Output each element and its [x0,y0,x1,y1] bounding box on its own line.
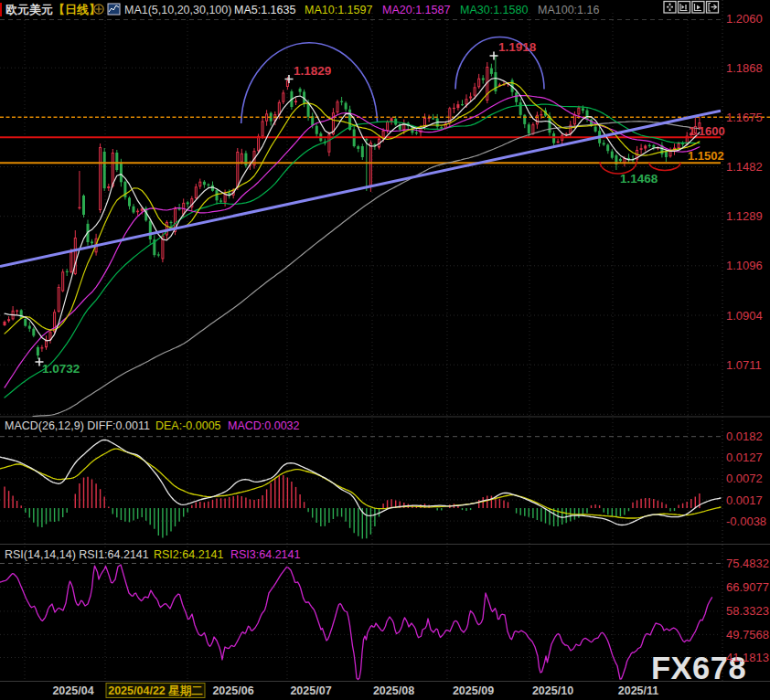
svg-text:2025/06: 2025/06 [212,684,253,697]
svg-text:1.1096: 1.1096 [726,259,763,272]
svg-text:2025/04/22 星期二: 2025/04/22 星期二 [108,684,203,697]
svg-text:1.1289: 1.1289 [726,209,763,223]
svg-text:41.1813: 41.1813 [726,651,769,664]
svg-text:2025/11: 2025/11 [618,684,659,697]
svg-text:1.1600: 1.1600 [689,124,725,138]
svg-text:2025/04: 2025/04 [52,684,93,697]
svg-text:1.0711: 1.0711 [726,358,762,372]
svg-text:1.1829: 1.1829 [294,64,331,78]
svg-text:75.4832: 75.4832 [726,557,769,570]
svg-text:1.1868: 1.1868 [726,61,763,75]
svg-text:MA100:1.16: MA100:1.16 [538,4,599,16]
svg-text:MACD:0.0032: MACD:0.0032 [228,419,300,432]
svg-text:2025/07: 2025/07 [290,684,331,697]
svg-text:1.1918: 1.1918 [498,40,537,54]
svg-text:58.3323: 58.3323 [726,604,769,618]
svg-text:0.0017: 0.0017 [726,493,763,507]
svg-text:DEA:-0.0005: DEA:-0.0005 [155,419,221,432]
svg-text:RSI3:64.2141: RSI3:64.2141 [230,548,300,561]
svg-text:1.1468: 1.1468 [620,172,658,186]
svg-text:MA1(5,10,20,30,100): MA1(5,10,20,30,100) [124,4,231,16]
svg-text:1.0904: 1.0904 [726,309,763,323]
svg-text:2025/08: 2025/08 [373,684,414,697]
svg-text:2025/09: 2025/09 [453,684,494,697]
svg-text:0.0127: 0.0127 [726,451,763,464]
svg-text:【日线】: 【日线】 [53,3,101,16]
svg-text:1.1502: 1.1502 [688,149,724,163]
svg-text:2025/10: 2025/10 [532,684,573,697]
svg-text:49.7568: 49.7568 [726,628,769,642]
svg-text:MA10:1.1597: MA10:1.1597 [305,4,372,16]
svg-text:-0.0038: -0.0038 [726,514,766,528]
svg-text:0.0182: 0.0182 [726,430,763,443]
svg-text:MA20:1.1587: MA20:1.1587 [382,4,450,16]
svg-text:RSI2:64.2141: RSI2:64.2141 [154,548,223,561]
svg-text:RSI(14,14,14) RSI1:64.2141: RSI(14,14,14) RSI1:64.2141 [5,548,149,561]
svg-text:MA30:1.1580: MA30:1.1580 [460,4,528,16]
svg-text:1.1675: 1.1675 [726,111,763,124]
svg-text:66.9077: 66.9077 [726,580,769,594]
svg-text:欧元美元: 欧元美元 [5,3,53,16]
svg-text:1.1482: 1.1482 [726,160,763,174]
svg-text:1.0732: 1.0732 [42,362,80,376]
svg-text:MA5:1.1635: MA5:1.1635 [234,4,295,16]
svg-text:MACD(26,12,9) DIFF:0.0011: MACD(26,12,9) DIFF:0.0011 [5,419,150,432]
svg-text:1.2060: 1.2060 [726,12,763,26]
svg-text:0.0072: 0.0072 [726,472,763,485]
